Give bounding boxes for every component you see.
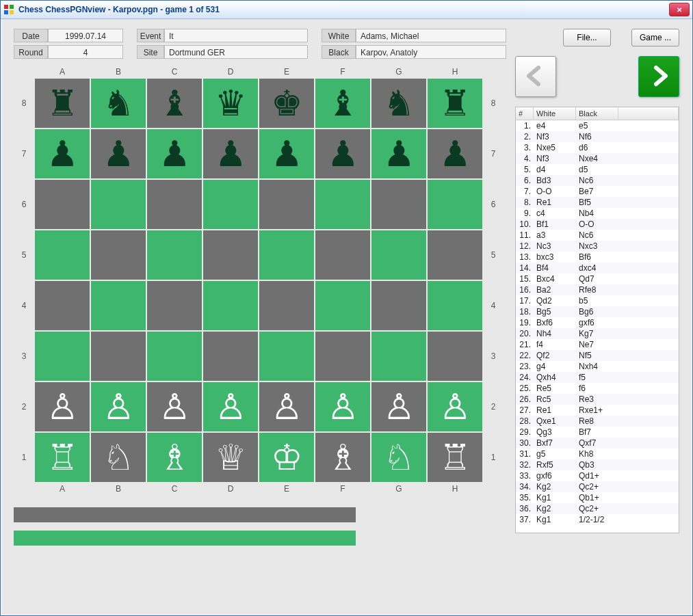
move-row[interactable]: 18.Bg5Bg6	[516, 306, 679, 317]
board-square[interactable]: ♖	[428, 433, 482, 482]
board-square[interactable]	[315, 281, 370, 330]
prev-move-button[interactable]	[515, 56, 556, 97]
game-button[interactable]: Game ...	[631, 29, 679, 46]
move-row[interactable]: 27.Re1Rxe1+	[516, 405, 679, 416]
move-row[interactable]: 17.Qd2b5	[516, 295, 679, 306]
move-row[interactable]: 13.bxc3Bf6	[516, 252, 679, 263]
move-row[interactable]: 33.gxf6Qd1+	[516, 470, 679, 481]
window-close-button[interactable]: ✕	[669, 3, 690, 16]
board-square[interactable]: ♜	[35, 79, 90, 128]
move-row[interactable]: 24.Qxh4f5	[516, 372, 679, 383]
board-square[interactable]: ♙	[35, 382, 90, 431]
move-row[interactable]: 23.g4Nxh4	[516, 361, 679, 372]
move-row[interactable]: 8.Re1Bf5	[516, 197, 679, 208]
board-square[interactable]: ♙	[259, 382, 314, 431]
board-square[interactable]: ♙	[371, 382, 426, 431]
move-row[interactable]: 3.Nxe5d6	[516, 142, 679, 153]
board-square[interactable]: ♟	[315, 129, 370, 178]
board-square[interactable]: ♕	[203, 433, 258, 482]
move-row[interactable]: 15.Bxc4Qd7	[516, 273, 679, 284]
move-row[interactable]: 19.Bxf6gxf6	[516, 317, 679, 328]
board-square[interactable]	[428, 281, 482, 330]
board-square[interactable]: ♖	[35, 433, 90, 482]
board-square[interactable]	[147, 281, 202, 330]
board-square[interactable]	[259, 281, 314, 330]
board-square[interactable]	[315, 230, 370, 280]
board-square[interactable]: ♙	[428, 382, 482, 431]
move-row[interactable]: 11.a3Nc6	[516, 230, 679, 241]
board-square[interactable]	[91, 230, 146, 280]
board-square[interactable]	[259, 332, 314, 381]
board-square[interactable]	[147, 180, 202, 229]
board-square[interactable]: ♙	[91, 382, 146, 431]
board-square[interactable]	[203, 281, 258, 330]
move-row[interactable]: 26.Rc5Re3	[516, 394, 679, 405]
board-square[interactable]	[35, 281, 90, 330]
move-row[interactable]: 14.Bf4dxc4	[516, 263, 679, 273]
board-square[interactable]: ♟	[428, 129, 482, 178]
next-move-button[interactable]	[638, 56, 679, 97]
board-square[interactable]	[91, 332, 146, 381]
board-square[interactable]: ♞	[371, 79, 426, 128]
move-row[interactable]: 37.Kg11/2-1/2	[516, 514, 679, 525]
move-row[interactable]: 34.Kg2Qc2+	[516, 481, 679, 492]
board-square[interactable]: ♟	[371, 129, 426, 178]
move-row[interactable]: 31.g5Kh8	[516, 448, 679, 459]
board-square[interactable]: ♙	[315, 382, 370, 431]
move-row[interactable]: 29.Qg3Bf7	[516, 427, 679, 438]
move-row[interactable]: 35.Kg1Qb1+	[516, 492, 679, 503]
board-square[interactable]	[35, 180, 90, 229]
board-square[interactable]	[35, 332, 90, 381]
move-row[interactable]: 36.Kg2Qc2+	[516, 503, 679, 514]
board-square[interactable]	[35, 230, 90, 280]
move-row[interactable]: 4.Nf3Nxe4	[516, 153, 679, 164]
board-square[interactable]	[91, 281, 146, 330]
move-row[interactable]: 20.Nh4Kg7	[516, 328, 679, 339]
board-square[interactable]	[203, 230, 258, 280]
board-square[interactable]	[371, 281, 426, 330]
board-square[interactable]	[315, 180, 370, 229]
board-square[interactable]: ♟	[203, 129, 258, 178]
board-square[interactable]: ♟	[259, 129, 314, 178]
move-row[interactable]: 7.O-OBe7	[516, 186, 679, 197]
board-square[interactable]	[428, 180, 482, 229]
move-row[interactable]: 2.Nf3Nf6	[516, 131, 679, 142]
move-row[interactable]: 21.f4Ne7	[516, 339, 679, 350]
board-square[interactable]: ♟	[91, 129, 146, 178]
board-square[interactable]	[147, 332, 202, 381]
board-square[interactable]	[371, 332, 426, 381]
board-square[interactable]	[428, 332, 482, 381]
board-square[interactable]	[428, 230, 482, 280]
move-row[interactable]: 25.Re5f6	[516, 383, 679, 394]
board-square[interactable]: ♙	[147, 382, 202, 431]
board-square[interactable]: ♔	[259, 433, 314, 482]
move-row[interactable]: 32.Rxf5Qb3	[516, 459, 679, 470]
board-square[interactable]: ♟	[147, 129, 202, 178]
board-square[interactable]	[259, 230, 314, 280]
board-square[interactable]	[203, 332, 258, 381]
move-row[interactable]: 9.c4Nb4	[516, 208, 679, 219]
move-row[interactable]: 16.Ba2Rfe8	[516, 284, 679, 295]
board-square[interactable]: ♜	[428, 79, 482, 128]
move-row[interactable]: 1.e4e5	[516, 120, 679, 131]
move-row[interactable]: 30.Bxf7Qxf7	[516, 438, 679, 448]
board-square[interactable]: ♝	[315, 79, 370, 128]
board-square[interactable]: ♝	[147, 79, 202, 128]
board-square[interactable]: ♗	[147, 433, 202, 482]
board-square[interactable]	[91, 180, 146, 229]
board-square[interactable]	[315, 332, 370, 381]
board-square[interactable]: ♛	[203, 79, 258, 128]
move-row[interactable]: 28.Qxe1Re8	[516, 416, 679, 427]
board-square[interactable]: ♘	[91, 433, 146, 482]
board-square[interactable]	[259, 180, 314, 229]
move-row[interactable]: 22.Qf2Nf5	[516, 350, 679, 361]
moves-body[interactable]: 1.e4e52.Nf3Nf63.Nxe5d64.Nf3Nxe45.d4d56.B…	[516, 120, 679, 531]
board-square[interactable]	[203, 180, 258, 229]
file-button[interactable]: File...	[563, 29, 611, 46]
move-row[interactable]: 6.Bd3Nc6	[516, 175, 679, 186]
board-square[interactable]: ♗	[315, 433, 370, 482]
board-square[interactable]: ♙	[203, 382, 258, 431]
board-square[interactable]: ♟	[35, 129, 90, 178]
move-row[interactable]: 5.d4d5	[516, 164, 679, 175]
board-square[interactable]: ♘	[371, 433, 426, 482]
